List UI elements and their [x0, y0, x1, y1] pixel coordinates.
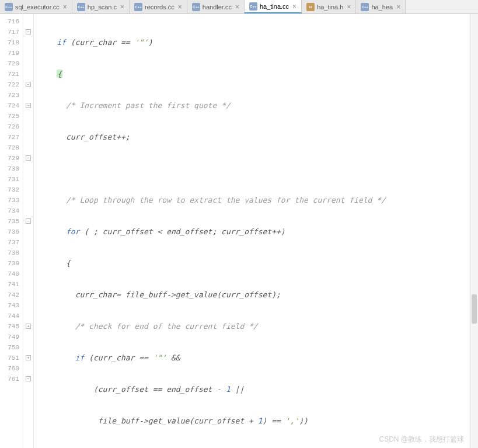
line-number: 722 — [0, 79, 19, 90]
code-text: ) — [148, 38, 153, 47]
file-type-icon: C++ — [134, 3, 142, 11]
line-number: 731 — [0, 174, 19, 185]
tab-ha-tina-cc[interactable]: C++ha_tina.cc× — [245, 0, 302, 13]
fold-collapse-icon[interactable]: − — [26, 103, 31, 108]
string-literal: ',' — [285, 416, 299, 425]
close-icon[interactable]: × — [347, 3, 351, 11]
code-text: curr_offset++; — [66, 133, 130, 141]
line-number: 720 — [0, 58, 19, 69]
line-number-gutter: 7167177187197207217227237247257267277287… — [0, 14, 23, 448]
close-icon[interactable]: × — [178, 3, 182, 11]
close-icon[interactable]: × — [292, 2, 296, 11]
file-type-icon: C++ — [361, 3, 369, 11]
brace-open: { — [66, 259, 71, 268]
fold-collapse-icon[interactable]: − — [26, 218, 31, 224]
tab-handler-cc[interactable]: C++handler.cc× — [187, 0, 245, 13]
line-number: 736 — [0, 227, 19, 237]
string-literal: '"' — [134, 38, 148, 47]
code-text: ) == — [263, 416, 285, 425]
fold-collapse-icon[interactable]: − — [26, 29, 31, 34]
scroll-thumb[interactable] — [472, 294, 477, 324]
keyword-for: for — [66, 227, 79, 236]
fold-collapse-icon[interactable]: − — [26, 376, 31, 381]
line-number: 744 — [0, 311, 19, 321]
code-text: || — [231, 385, 244, 394]
tab-label: ha_tina.h — [317, 4, 343, 11]
line-number: 760 — [0, 363, 19, 374]
fold-collapse-icon[interactable]: − — [26, 155, 31, 161]
line-number: 745 — [0, 321, 19, 332]
code-text: ( ; curr_offset < end_offset; curr_offse… — [79, 227, 285, 236]
line-number: 749 — [0, 332, 19, 342]
line-number: 742 — [0, 290, 19, 300]
code-text: (curr_offset == end_offset - — [93, 385, 226, 394]
line-number: 734 — [0, 206, 19, 216]
code-text: )) — [299, 416, 308, 425]
line-number: 718 — [0, 37, 19, 48]
tab-bar: C++sql_executor.cc×C++hp_scan.c×C++recor… — [0, 0, 478, 14]
line-number: 735 — [0, 216, 19, 227]
line-number: 740 — [0, 269, 19, 279]
tab-label: hp_scan.c — [88, 4, 117, 11]
file-type-icon: H — [306, 3, 315, 11]
number-literal: 1 — [258, 416, 263, 425]
number-literal: 1 — [226, 385, 231, 394]
line-number: 751 — [0, 353, 19, 363]
keyword-if: if — [57, 38, 66, 47]
line-number: 732 — [0, 185, 19, 195]
fold-expand-icon[interactable]: + — [26, 324, 31, 329]
line-number: 741 — [0, 279, 19, 290]
line-number: 743 — [0, 300, 19, 311]
line-number: 728 — [0, 143, 19, 153]
tab-records-cc[interactable]: C++records.cc× — [130, 0, 187, 13]
highlighted-brace-open: { — [57, 70, 62, 78]
file-type-icon: C++ — [192, 3, 200, 11]
code-view[interactable]: if (curr_char == '"') { /* Increment pas… — [34, 14, 470, 448]
editor-area: 7167177187197207217227237247257267277287… — [0, 14, 478, 448]
tab-sql-executor-cc[interactable]: C++sql_executor.cc× — [0, 0, 72, 13]
code-text: (curr_char == — [66, 38, 134, 47]
tab-label: handler.cc — [203, 4, 232, 11]
line-number: 717 — [0, 27, 19, 37]
line-number: 739 — [0, 258, 19, 269]
tab-ha-tina-h[interactable]: Hha_tina.h× — [302, 0, 356, 13]
line-number: 727 — [0, 132, 19, 143]
line-number: 729 — [0, 153, 19, 164]
code-text: && — [166, 353, 180, 362]
keyword-if: if — [75, 353, 85, 362]
close-icon[interactable]: × — [396, 3, 400, 11]
line-number: 750 — [0, 342, 19, 353]
tab-label: ha_tina.cc — [260, 3, 289, 10]
vertical-scrollbar[interactable] — [470, 14, 478, 448]
watermark-text: CSDN @教练，我想打篮球 — [379, 434, 464, 444]
line-number: 726 — [0, 121, 19, 132]
fold-column: −−−−−++− — [23, 14, 34, 448]
tab-label: records.cc — [145, 4, 175, 11]
tab-label: sql_executor.cc — [15, 4, 60, 11]
comment: /* Loop through the row to extract the v… — [66, 196, 386, 204]
line-number: 730 — [0, 164, 19, 174]
close-icon[interactable]: × — [63, 3, 67, 11]
comment: /* Increment past the first quote */ — [66, 101, 231, 110]
line-number: 724 — [0, 100, 19, 111]
file-type-icon: C++ — [5, 3, 13, 11]
fold-collapse-icon[interactable]: − — [26, 82, 31, 87]
fold-expand-icon[interactable]: + — [26, 355, 31, 360]
tab-ha-hea[interactable]: C++ha_hea× — [356, 0, 406, 13]
tab-hp-scan-c[interactable]: C++hp_scan.c× — [72, 0, 130, 13]
line-number: 719 — [0, 48, 19, 58]
line-number: 733 — [0, 195, 19, 206]
ide-root: C++sql_executor.cc×C++hp_scan.c×C++recor… — [0, 0, 478, 448]
line-number: 738 — [0, 248, 19, 258]
comment: /* check for end of the current field */ — [75, 322, 258, 331]
line-number: 716 — [0, 16, 19, 27]
code-text: curr_char= file_buff->get_value(curr_off… — [75, 290, 281, 299]
file-type-icon: C++ — [249, 2, 257, 11]
code-text: (curr_char == — [84, 353, 152, 362]
line-number: 725 — [0, 111, 19, 121]
close-icon[interactable]: × — [120, 3, 124, 11]
code-text: file_buff->get_value(curr_offset + — [93, 416, 258, 425]
file-type-icon: C++ — [77, 3, 85, 11]
string-literal: '"' — [153, 353, 166, 362]
close-icon[interactable]: × — [235, 3, 239, 11]
